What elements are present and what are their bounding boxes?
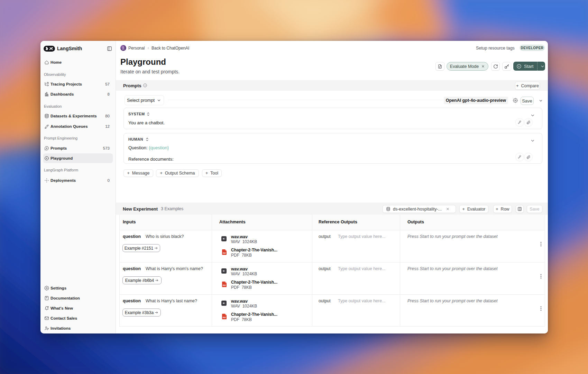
svg-text:PDF: PDF	[223, 285, 226, 286]
svg-text:PDF: PDF	[223, 317, 226, 319]
svg-text:PDF: PDF	[223, 252, 226, 254]
